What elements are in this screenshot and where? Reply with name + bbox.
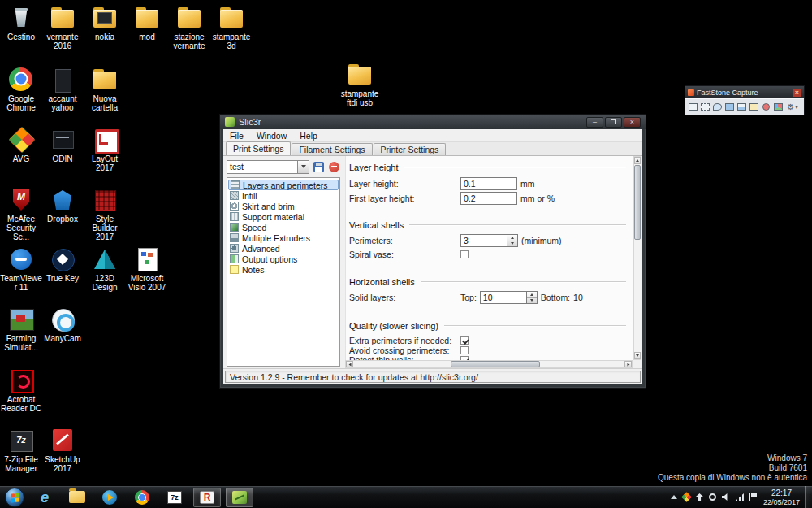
tray-network-icon[interactable] bbox=[736, 493, 744, 501]
sidebar-item-output-options[interactable]: Output options bbox=[228, 254, 339, 264]
taskbar-internet-explorer-button[interactable]: e bbox=[31, 488, 58, 507]
desktop-icon-accaunt-yahoo[interactable]: accaunt yahoo bbox=[41, 67, 84, 112]
delete-preset-button[interactable] bbox=[327, 160, 340, 173]
sidebar-item-layers-and-perimeters[interactable]: Layers and perimeters bbox=[228, 180, 339, 190]
capture-fixed-region-button[interactable] bbox=[748, 101, 759, 114]
sidebar-item-support-material[interactable]: Support material bbox=[228, 211, 339, 222]
close-button[interactable]: × bbox=[624, 117, 641, 128]
sidebar-item-skirt-and-brim[interactable]: Skirt and brim bbox=[228, 201, 339, 211]
vertical-scrollbar[interactable] bbox=[633, 156, 641, 360]
watermark-line: Build 7601 bbox=[658, 463, 807, 473]
desktop-icon-nuova-cartella[interactable]: Nuova cartella bbox=[84, 67, 126, 112]
visio-icon bbox=[132, 246, 162, 272]
horizontal-scrollbar[interactable] bbox=[345, 360, 633, 368]
desktop-icon-cestino[interactable]: Cestino bbox=[0, 5, 42, 41]
mcafee-m-letter: M bbox=[13, 191, 29, 202]
output-destination-button[interactable] bbox=[772, 101, 784, 114]
taskbar-r-app-button[interactable]: R bbox=[193, 488, 221, 507]
capture-freehand-button[interactable] bbox=[711, 101, 723, 114]
taskbar-clock[interactable]: 22:17 22/05/2017 bbox=[763, 488, 805, 506]
maximize-button[interactable] bbox=[605, 117, 622, 128]
folder-icon bbox=[132, 5, 162, 31]
faststone-settings-button[interactable]: ⚙▾ bbox=[784, 101, 801, 114]
preset-combobox[interactable]: test bbox=[227, 160, 309, 174]
desktop-icon-style-builder[interactable]: Style Builder 2017 bbox=[84, 187, 126, 241]
save-preset-button[interactable] bbox=[312, 160, 325, 173]
desktop-icon-mod[interactable]: mod bbox=[126, 5, 168, 41]
desktop-icon-true-key[interactable]: True Key bbox=[41, 246, 84, 283]
capture-active-window-button[interactable] bbox=[687, 101, 698, 114]
tray-antivirus-icon[interactable] bbox=[683, 493, 690, 501]
capture-scrolling-window-button[interactable] bbox=[736, 101, 747, 114]
taskbar-explorer-button[interactable] bbox=[63, 488, 91, 507]
desktop-icon-nokia[interactable]: nokia bbox=[84, 5, 126, 41]
horizontal-scroll-track[interactable] bbox=[353, 361, 624, 367]
taskbar-7zip-button[interactable]: 7z bbox=[161, 488, 188, 507]
desktop-icon-stampante-3d[interactable]: stampante 3d bbox=[210, 5, 253, 50]
desktop-icon-visio[interactable]: Microsoft Visio 2007 bbox=[126, 246, 168, 292]
manycam-icon bbox=[48, 306, 77, 332]
scroll-down-button[interactable] bbox=[634, 352, 641, 359]
desktop-icon-layout-2017[interactable]: LayOut 2017 bbox=[84, 127, 126, 172]
solid-layers-top-input[interactable] bbox=[480, 291, 527, 304]
tab-printer-settings[interactable]: Printer Settings bbox=[374, 143, 447, 155]
capture-fullscreen-button[interactable] bbox=[723, 101, 735, 114]
desktop-icon-avg[interactable]: AVG bbox=[0, 127, 42, 163]
desktop-icon-dropbox[interactable]: Dropbox bbox=[41, 187, 84, 224]
tab-filament-settings[interactable]: Filament Settings bbox=[292, 143, 372, 155]
sidebar-item-multiple-extruders[interactable]: Multiple Extruders bbox=[228, 232, 339, 243]
sidebar-item-speed[interactable]: Speed bbox=[228, 222, 339, 232]
scroll-left-button[interactable] bbox=[346, 361, 353, 367]
tray-volume-icon[interactable] bbox=[722, 493, 730, 501]
desktop-icon-mcafee[interactable]: M McAfee Security Sc... bbox=[0, 187, 42, 241]
solid-layers-top-spinner[interactable] bbox=[527, 291, 538, 304]
hidden-icons-button[interactable] bbox=[671, 495, 677, 499]
desktop-icon-teamviewer[interactable]: TeamViewer 11 bbox=[0, 246, 42, 292]
menu-help[interactable]: Help bbox=[293, 129, 324, 142]
scroll-up-button[interactable] bbox=[634, 157, 641, 164]
desktop-icon-vernante-2016[interactable]: vernante 2016 bbox=[41, 5, 84, 50]
tray-update-icon[interactable] bbox=[696, 493, 703, 501]
taskbar-chrome-button[interactable] bbox=[128, 488, 156, 507]
desktop-icon-stazione-vernante[interactable]: stazione vernante bbox=[168, 5, 210, 50]
faststone-titlebar[interactable]: FastStone Capture – × bbox=[685, 86, 804, 98]
perimeters-spinner[interactable] bbox=[508, 234, 518, 247]
desktop-icon-7zip[interactable]: 7z 7-Zip File Manager bbox=[0, 428, 42, 473]
menu-window[interactable]: Window bbox=[250, 129, 293, 142]
slic3r-titlebar[interactable]: Slic3r – × bbox=[220, 115, 646, 129]
desktop-icon-manycam[interactable]: ManyCam bbox=[41, 306, 84, 343]
faststone-minimize-button[interactable]: – bbox=[782, 89, 790, 97]
taskbar-media-player-button[interactable] bbox=[96, 488, 123, 507]
first-layer-height-input[interactable] bbox=[460, 192, 517, 205]
sidebar-item-notes[interactable]: Notes bbox=[228, 264, 339, 275]
screen-recorder-button[interactable] bbox=[760, 101, 771, 114]
action-center-button[interactable] bbox=[749, 493, 757, 501]
tab-print-settings[interactable]: Print Settings bbox=[226, 141, 291, 155]
vertical-scroll-thumb[interactable] bbox=[634, 165, 641, 240]
desktop-icon-123d-design[interactable]: 123D Design bbox=[84, 246, 126, 292]
scroll-right-button[interactable] bbox=[624, 361, 632, 367]
perimeters-input[interactable] bbox=[460, 234, 508, 247]
taskbar-slic3r-button[interactable] bbox=[226, 488, 253, 507]
desktop-icon-sketchup[interactable]: SketchUp 2017 bbox=[41, 428, 84, 473]
tray-power-icon[interactable] bbox=[709, 493, 716, 501]
desktop-icon-google-chrome[interactable]: Google Chrome bbox=[0, 67, 42, 112]
desktop-icon-stampante-ftdi-usb[interactable]: stampante ftdi usb bbox=[339, 62, 381, 107]
desktop-icon-odin[interactable]: ODIN bbox=[41, 127, 84, 163]
faststone-close-button[interactable]: × bbox=[793, 89, 801, 97]
minimize-button[interactable]: – bbox=[586, 117, 603, 128]
horizontal-scroll-thumb[interactable] bbox=[451, 361, 540, 367]
desktop-icon-farming-simulator[interactable]: Farming Simulat... bbox=[0, 306, 42, 352]
solid-layers-bottom-value[interactable]: 10 bbox=[573, 293, 583, 302]
show-desktop-button[interactable] bbox=[805, 486, 812, 508]
sidebar-item-advanced[interactable]: Advanced bbox=[228, 243, 339, 254]
notes-icon bbox=[230, 265, 239, 274]
capture-rectangle-button[interactable] bbox=[699, 101, 710, 114]
start-button[interactable] bbox=[5, 488, 24, 507]
combo-dropdown-button[interactable] bbox=[297, 161, 309, 173]
sidebar-item-infill[interactable]: Infill bbox=[228, 190, 339, 201]
desktop-icon-acrobat-reader[interactable]: Acrobat Reader DC bbox=[0, 367, 42, 413]
menu-file[interactable]: File bbox=[223, 129, 250, 142]
spiral-vase-checkbox[interactable] bbox=[460, 250, 469, 258]
layer-height-input[interactable] bbox=[460, 177, 517, 190]
